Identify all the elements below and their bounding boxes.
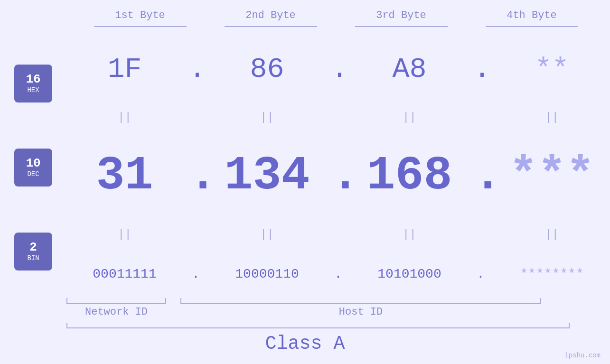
dec-row: 31 . 134 . 168 . *** (66, 149, 610, 203)
hex-dot-3: . (474, 53, 488, 85)
network-id-label: Network ID (66, 306, 166, 318)
bin-byte-4: ******** (500, 267, 604, 281)
hex-dot-2: . (331, 53, 346, 85)
bin-badge: 2 BIN (14, 233, 52, 271)
byte-label-3: 3rd Byte (349, 9, 453, 21)
equals-1-2: || (215, 111, 319, 124)
bottom-section: Network ID Host ID Class A (0, 298, 610, 364)
byte-label-2: 2nd Byte (218, 9, 323, 21)
bin-label: BIN (27, 254, 39, 262)
hex-badge: 16 HEX (14, 65, 52, 103)
top-bracket-1 (94, 26, 187, 27)
base-labels-column: 16 HEX 10 DEC 2 BIN (0, 37, 66, 298)
main-container: 1st Byte 2nd Byte 3rd Byte 4th Byte 16 H… (0, 0, 610, 364)
bin-number: 2 (29, 241, 37, 254)
hex-number: 16 (26, 73, 40, 86)
equals-1-1: || (73, 111, 177, 124)
bin-row: 00011111 . 10000110 . 10101000 . *******… (66, 267, 610, 281)
top-brackets (75, 26, 597, 27)
dec-label: DEC (27, 170, 39, 178)
equals-1-4: || (500, 111, 604, 124)
hex-byte-3: A8 (357, 53, 462, 85)
equals-2-4: || (500, 228, 604, 241)
dec-dot-1: . (189, 149, 203, 203)
dec-dot-3: . (474, 149, 488, 203)
bin-dot-2: . (331, 267, 346, 281)
top-bracket-4 (486, 26, 578, 27)
dec-number: 10 (26, 157, 40, 170)
content-area: 16 HEX 10 DEC 2 BIN 1F . 86 (0, 37, 610, 298)
hex-byte-1: 1F (73, 53, 177, 85)
class-label: Class A (0, 333, 610, 355)
equals-row-2: || || || || (66, 226, 610, 243)
network-bracket (66, 298, 166, 304)
bin-byte-2: 10000110 (215, 267, 319, 281)
bin-dot-3: . (474, 267, 488, 281)
equals-row-1: || || || || (66, 109, 610, 126)
rows-container: 1F . 86 . A8 . ** || || (66, 37, 610, 298)
top-bracket-3 (355, 26, 448, 27)
hex-dot-1: . (189, 53, 203, 85)
watermark: ipshu.com (564, 352, 601, 359)
equals-2-2: || (215, 228, 319, 241)
bin-dot-1: . (189, 267, 203, 281)
bracket-section (66, 298, 589, 304)
dec-byte-1: 31 (73, 149, 177, 203)
hex-byte-2: 86 (215, 53, 319, 85)
bin-byte-3: 10101000 (357, 267, 462, 281)
bin-byte-1: 00011111 (73, 267, 177, 281)
dec-byte-3: 168 (357, 149, 462, 203)
dec-badge: 10 DEC (14, 149, 52, 187)
equals-2-3: || (357, 228, 462, 241)
hex-byte-4: ** (500, 53, 604, 85)
hex-row: 1F . 86 . A8 . ** (66, 53, 610, 85)
id-labels: Network ID Host ID (66, 306, 589, 318)
equals-1-3: || (357, 111, 462, 124)
byte-label-1: 1st Byte (88, 9, 192, 21)
host-bracket (180, 298, 541, 304)
host-id-label: Host ID (180, 306, 541, 318)
dec-byte-4: *** (500, 149, 604, 203)
hex-label: HEX (27, 86, 39, 94)
dec-byte-2: 134 (215, 149, 319, 203)
top-bracket-2 (225, 26, 317, 27)
byte-labels-row: 1st Byte 2nd Byte 3rd Byte 4th Byte (75, 9, 597, 21)
byte-label-4: 4th Byte (479, 9, 584, 21)
long-bottom-bracket (66, 323, 570, 328)
dec-dot-2: . (331, 149, 346, 203)
equals-2-1: || (73, 228, 177, 241)
